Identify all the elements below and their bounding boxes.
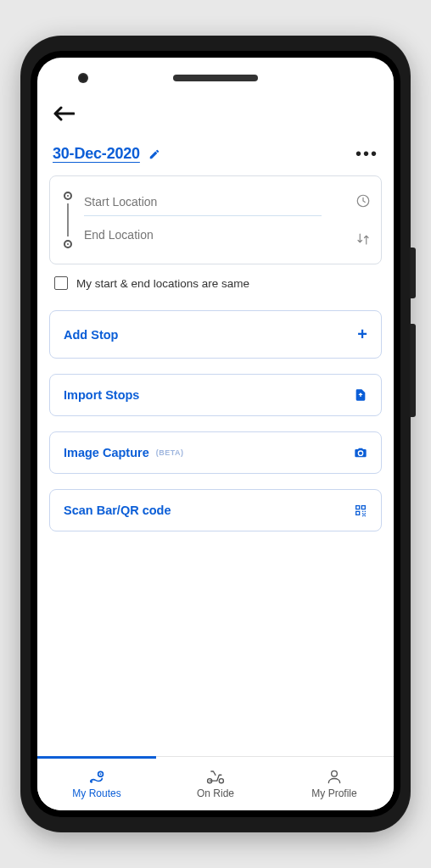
phone-camera (78, 73, 88, 83)
file-import-icon (354, 388, 367, 402)
edit-date-button[interactable] (148, 148, 160, 160)
svg-point-2 (100, 773, 102, 775)
phone-side-button-2 (411, 324, 416, 417)
nav-on-ride[interactable]: On Ride (156, 757, 275, 810)
svg-point-5 (219, 779, 223, 783)
nav-my-profile[interactable]: My Profile (275, 757, 394, 810)
import-stops-button[interactable]: Import Stops (49, 374, 382, 416)
svg-point-3 (90, 781, 92, 783)
swap-icon (355, 231, 371, 247)
active-tab-indicator (37, 756, 156, 759)
add-stop-label: Add Stop (64, 328, 118, 342)
nav-my-routes-label: My Routes (72, 787, 120, 799)
end-location-input[interactable] (84, 223, 322, 248)
route-date[interactable]: 30-Dec-2020 (53, 145, 140, 163)
date-row: 30-Dec-2020 ••• (37, 129, 394, 175)
phone-bezel: 30-Dec-2020 ••• (31, 51, 400, 817)
more-options-button[interactable]: ••• (355, 144, 378, 164)
route-pin-icon (87, 768, 106, 785)
import-stops-label: Import Stops (64, 388, 139, 402)
phone-side-button-1 (411, 248, 416, 298)
arrow-left-icon (53, 105, 75, 122)
qr-code-icon (354, 504, 367, 517)
route-line-decor (60, 188, 76, 248)
camera-icon (354, 447, 367, 459)
profile-icon (326, 768, 343, 785)
add-stop-button[interactable]: Add Stop + (49, 310, 382, 359)
location-card (49, 175, 382, 264)
start-dot-icon (64, 192, 72, 200)
back-button[interactable] (53, 105, 75, 122)
image-capture-label: Image Capture (64, 446, 149, 459)
nav-my-routes[interactable]: My Routes (37, 757, 156, 810)
same-location-checkbox[interactable] (54, 276, 68, 290)
swap-locations-button[interactable] (355, 231, 371, 247)
app-header (37, 98, 394, 129)
app-screen: 30-Dec-2020 ••• (37, 58, 394, 810)
phone-speaker (173, 75, 258, 81)
image-capture-button[interactable]: Image Capture (BETA) (49, 431, 382, 474)
phone-frame: 30-Dec-2020 ••• (20, 36, 411, 832)
pencil-icon (148, 148, 160, 160)
nav-my-profile-label: My Profile (311, 787, 356, 799)
clock-icon (355, 193, 371, 209)
same-location-row: My start & end locations are same (49, 264, 382, 295)
scan-qr-button[interactable]: Scan Bar/QR code (49, 489, 382, 531)
recent-locations-button[interactable] (355, 193, 371, 209)
nav-on-ride-label: On Ride (197, 787, 234, 799)
beta-badge: (BETA) (156, 448, 184, 457)
start-location-input[interactable] (84, 190, 322, 216)
plus-icon: + (357, 325, 367, 344)
content-area: My start & end locations are same Add St… (37, 175, 394, 756)
svg-point-6 (332, 771, 338, 776)
scan-qr-label: Scan Bar/QR code (64, 504, 171, 517)
bottom-nav: My Routes On Ride My Profile (37, 756, 394, 810)
same-location-label: My start & end locations are same (76, 277, 249, 290)
end-dot-icon (64, 240, 72, 248)
scooter-icon (205, 768, 226, 785)
